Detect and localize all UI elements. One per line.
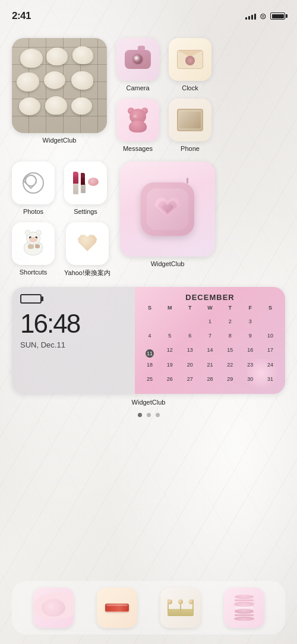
row2-bottom-pair: Shortcuts Yahoo!乗換案 bbox=[12, 222, 110, 277]
yahoo-icon[interactable] bbox=[66, 222, 109, 265]
cal-header-t2: T bbox=[220, 304, 240, 317]
cal-day: 16 bbox=[240, 346, 260, 360]
page-indicators bbox=[12, 413, 285, 417]
photos-label: Photos bbox=[23, 208, 43, 215]
app-row-1: WidgetClub Camera bbox=[12, 38, 285, 152]
widgetclub-label-1: WidgetClub bbox=[43, 137, 77, 144]
settings-label: Settings bbox=[74, 208, 97, 215]
cal-header-m: M bbox=[160, 304, 180, 317]
battery-fill bbox=[272, 14, 284, 18]
cal-day: 21 bbox=[200, 361, 220, 375]
status-time: 2:41 bbox=[12, 10, 31, 22]
cal-day: 31 bbox=[260, 375, 280, 389]
cal-day bbox=[260, 317, 280, 332]
camera-label: Camera bbox=[126, 84, 149, 91]
page-dot-2[interactable] bbox=[147, 413, 151, 417]
cal-day: 5 bbox=[160, 332, 180, 346]
cal-day bbox=[180, 317, 200, 332]
widgetclub-widget-1[interactable] bbox=[12, 38, 107, 133]
cal-day: 18 bbox=[140, 361, 160, 375]
widgetclub-label-2: WidgetClub bbox=[151, 260, 185, 267]
calendar-widget-row: 16:48 SUN, Dec.11 DECEMBER S M T W T F S bbox=[12, 287, 285, 406]
settings-app[interactable]: Settings bbox=[64, 162, 107, 215]
cal-day: 6 bbox=[180, 332, 200, 346]
cal-day: 1 bbox=[200, 317, 220, 332]
cal-header-w: W bbox=[200, 304, 220, 317]
status-icons: ⊜ bbox=[245, 11, 285, 21]
yahoo-app[interactable]: Yahoo!乗換案内 bbox=[64, 222, 110, 277]
status-bar: 2:41 ⊜ bbox=[0, 0, 297, 26]
cal-time: 16:48 bbox=[20, 311, 127, 337]
yahoo-label: Yahoo!乗換案内 bbox=[64, 269, 110, 277]
settings-icon[interactable] bbox=[64, 162, 107, 204]
clock-icon[interactable] bbox=[169, 38, 211, 81]
messages-app[interactable]: Messages bbox=[116, 99, 159, 152]
cal-day: 26 bbox=[160, 375, 180, 389]
cal-day: 14 bbox=[200, 346, 220, 360]
cal-day bbox=[140, 317, 160, 332]
clock-app[interactable]: Clock bbox=[169, 38, 211, 91]
home-screen: WidgetClub Camera bbox=[0, 26, 297, 644]
photos-app[interactable]: Photos bbox=[12, 162, 55, 215]
cal-day: 10 bbox=[260, 332, 280, 346]
cal-day bbox=[160, 317, 180, 332]
widgetclub-widget-2[interactable] bbox=[120, 162, 215, 257]
cal-today: 11 bbox=[146, 349, 154, 358]
cal-day: 30 bbox=[240, 375, 260, 389]
row1-bottom-pair: Messages Phone bbox=[116, 99, 211, 152]
camera-icon[interactable] bbox=[116, 38, 159, 81]
cal-header-t1: T bbox=[180, 304, 200, 317]
photos-icon[interactable] bbox=[12, 162, 55, 204]
cal-battery-icon bbox=[20, 294, 42, 304]
cal-day: 29 bbox=[220, 375, 240, 389]
wifi-icon: ⊜ bbox=[260, 11, 267, 21]
camera-app[interactable]: Camera bbox=[116, 38, 159, 91]
battery-icon bbox=[270, 12, 285, 20]
clock-label: Clock bbox=[182, 84, 198, 91]
cal-day: 22 bbox=[220, 361, 240, 375]
shortcuts-icon[interactable] bbox=[12, 222, 55, 265]
phone-icon[interactable] bbox=[169, 99, 211, 141]
page-dot-1[interactable] bbox=[138, 413, 142, 417]
cal-day: 17 bbox=[260, 346, 280, 360]
cal-day: 20 bbox=[180, 361, 200, 375]
cal-grid: S M T W T F S 1 2 3 4 5 bbox=[140, 304, 280, 389]
calendar-widget-label: WidgetClub bbox=[12, 399, 285, 406]
cal-day: 28 bbox=[200, 375, 220, 389]
cal-day: 23 bbox=[240, 361, 260, 375]
cal-day: 4 bbox=[140, 332, 160, 346]
cal-day: 13 bbox=[180, 346, 200, 360]
signal-bar-2 bbox=[248, 16, 250, 20]
app-row-2: Photos bbox=[12, 162, 285, 277]
calendar-widget[interactable]: 16:48 SUN, Dec.11 DECEMBER S M T W T F S bbox=[12, 287, 285, 394]
signal-bar-3 bbox=[251, 15, 253, 20]
airpod-widget-wrap: WidgetClub bbox=[120, 162, 215, 267]
cal-day: 8 bbox=[220, 332, 240, 346]
cal-day: 7 bbox=[200, 332, 220, 346]
cal-day: 19 bbox=[160, 361, 180, 375]
messages-icon[interactable] bbox=[116, 99, 159, 141]
shortcuts-label: Shortcuts bbox=[20, 269, 47, 276]
phone-label: Phone bbox=[181, 145, 200, 152]
cal-day: 12 bbox=[160, 346, 180, 360]
row2-icons: Photos bbox=[12, 162, 110, 277]
row1-icons: Camera Clock bbox=[116, 38, 211, 152]
phone-app[interactable]: Phone bbox=[169, 99, 211, 152]
cal-day: 3 bbox=[240, 317, 260, 332]
cal-header-f: F bbox=[240, 304, 260, 317]
signal-bar-4 bbox=[254, 14, 256, 20]
cal-day: 27 bbox=[180, 375, 200, 389]
cal-day: 24 bbox=[260, 361, 280, 375]
signal-icon bbox=[245, 12, 256, 20]
cal-month: DECEMBER bbox=[140, 293, 280, 302]
cal-day: 15 bbox=[220, 346, 240, 360]
row2-top-pair: Photos bbox=[12, 162, 110, 215]
cal-header-s2: S bbox=[260, 304, 280, 317]
page-dot-3[interactable] bbox=[156, 413, 160, 417]
shortcuts-app[interactable]: Shortcuts bbox=[12, 222, 55, 277]
cal-header-s1: S bbox=[140, 304, 160, 317]
cal-date: SUN, Dec.11 bbox=[20, 340, 127, 349]
row1-top-pair: Camera Clock bbox=[116, 38, 211, 91]
cal-day: 9 bbox=[240, 332, 260, 346]
cal-day: 2 bbox=[220, 317, 240, 332]
